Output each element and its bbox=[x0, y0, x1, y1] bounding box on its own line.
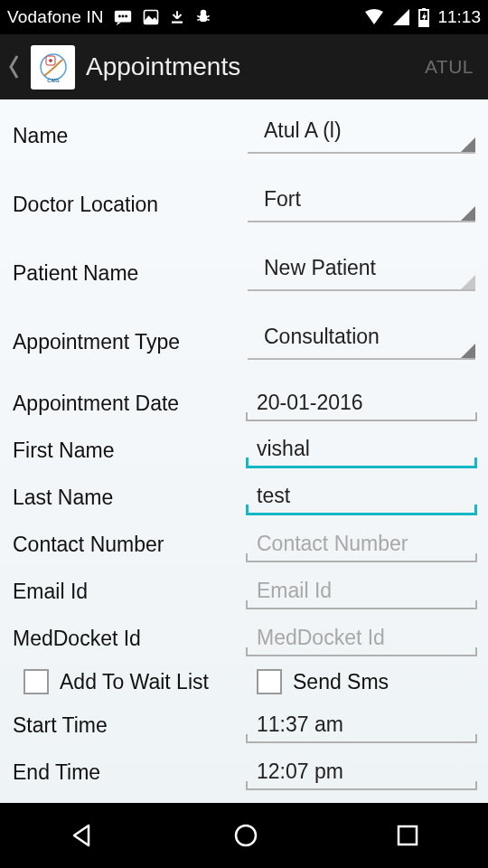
patient-name-label: Patient Name bbox=[13, 261, 248, 291]
download-icon bbox=[169, 8, 185, 26]
wifi-icon bbox=[363, 8, 385, 26]
back-button[interactable] bbox=[7, 34, 23, 99]
image-icon bbox=[142, 8, 160, 26]
svg-line-10 bbox=[197, 20, 200, 21]
android-nav-bar bbox=[0, 803, 488, 868]
svg-point-3 bbox=[125, 15, 127, 18]
svg-rect-14 bbox=[419, 20, 428, 26]
android-debug-icon bbox=[194, 7, 212, 27]
user-menu[interactable]: ATUL bbox=[425, 56, 481, 78]
end-time-value: 12:07 pm bbox=[257, 760, 343, 784]
appointment-date-value: 20-01-2016 bbox=[257, 391, 363, 415]
start-time-label: Start Time bbox=[13, 713, 248, 743]
start-time-value: 11:37 am bbox=[257, 712, 343, 737]
app-logo-icon: CMS bbox=[31, 45, 75, 90]
contact-number-placeholder: Contact Number bbox=[257, 532, 408, 556]
name-spinner[interactable]: Atul A (l) bbox=[248, 116, 475, 154]
dropdown-corner-icon bbox=[461, 344, 475, 358]
svg-point-7 bbox=[200, 10, 206, 16]
svg-rect-13 bbox=[422, 8, 426, 10]
first-name-label: First Name bbox=[13, 439, 248, 468]
svg-point-18 bbox=[236, 826, 256, 845]
sms-icon bbox=[113, 7, 133, 27]
add-to-waitlist-label: Add To Wait List bbox=[60, 670, 209, 694]
battery-charging-icon bbox=[418, 7, 430, 27]
dropdown-corner-icon bbox=[461, 206, 475, 221]
contact-number-label: Contact Number bbox=[13, 533, 248, 562]
patient-name-value: New Patient bbox=[264, 256, 376, 280]
doctor-location-label: Doctor Location bbox=[13, 193, 248, 222]
app-bar: CMS Appointments ATUL bbox=[0, 34, 488, 99]
svg-line-9 bbox=[207, 15, 210, 17]
dropdown-corner-icon bbox=[461, 137, 475, 152]
send-sms-checkbox[interactable] bbox=[257, 669, 282, 694]
page-title: Appointments bbox=[86, 52, 240, 81]
last-name-label: Last Name bbox=[13, 486, 248, 515]
dropdown-corner-icon bbox=[461, 275, 475, 289]
start-time-field[interactable]: 11:37 am bbox=[248, 712, 475, 743]
appointment-type-label: Appointment Type bbox=[13, 330, 248, 360]
meddocket-id-field[interactable]: MedDocket Id bbox=[248, 626, 475, 656]
doctor-location-spinner[interactable]: Fort bbox=[248, 184, 475, 222]
appointment-type-value: Consultation bbox=[264, 325, 380, 349]
first-name-field[interactable]: vishal bbox=[248, 438, 475, 468]
cell-signal-icon bbox=[392, 8, 410, 26]
end-time-label: End Time bbox=[13, 760, 248, 790]
name-value: Atul A (l) bbox=[264, 118, 342, 143]
status-bar: Vodafone IN 11:13 bbox=[0, 0, 488, 34]
svg-point-1 bbox=[118, 15, 121, 18]
send-sms-label: Send Sms bbox=[293, 670, 389, 694]
last-name-field[interactable]: test bbox=[248, 485, 475, 515]
email-id-placeholder: Email Id bbox=[257, 579, 332, 603]
svg-rect-5 bbox=[172, 22, 183, 24]
appointment-type-spinner[interactable]: Consultation bbox=[248, 322, 475, 360]
email-id-label: Email Id bbox=[13, 580, 248, 609]
nav-back-button[interactable] bbox=[67, 820, 98, 851]
form-body: Name Atul A (l) Doctor Location Fort Pat… bbox=[0, 99, 488, 803]
first-name-value: vishal bbox=[257, 437, 310, 461]
end-time-field[interactable]: 12:07 pm bbox=[248, 760, 475, 790]
svg-point-2 bbox=[121, 15, 124, 18]
last-name-value: test bbox=[257, 484, 290, 508]
svg-rect-19 bbox=[399, 826, 417, 844]
appointment-date-label: Appointment Date bbox=[13, 392, 248, 421]
appointment-date-field[interactable]: 20-01-2016 bbox=[248, 391, 475, 421]
svg-line-11 bbox=[207, 20, 210, 21]
name-label: Name bbox=[13, 124, 248, 154]
nav-recents-button[interactable] bbox=[394, 822, 421, 849]
meddocket-id-placeholder: MedDocket Id bbox=[257, 626, 385, 650]
svg-text:CMS: CMS bbox=[47, 78, 59, 83]
doctor-location-value: Fort bbox=[264, 187, 301, 212]
carrier-label: Vodafone IN bbox=[7, 7, 104, 27]
add-to-waitlist-checkbox[interactable] bbox=[23, 669, 49, 694]
status-time: 11:13 bbox=[437, 7, 481, 27]
meddocket-id-label: MedDocket Id bbox=[13, 627, 248, 656]
email-id-field[interactable]: Email Id bbox=[248, 579, 475, 609]
contact-number-field[interactable]: Contact Number bbox=[248, 532, 475, 562]
patient-name-spinner[interactable]: New Patient bbox=[248, 253, 475, 291]
nav-home-button[interactable] bbox=[230, 820, 261, 851]
svg-line-8 bbox=[197, 15, 200, 17]
